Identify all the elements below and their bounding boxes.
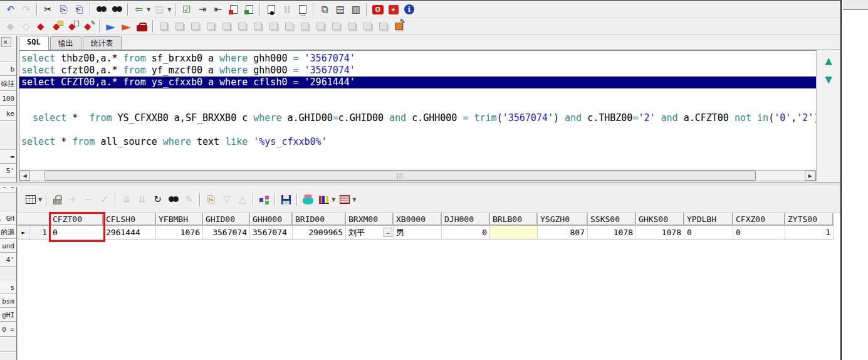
tab-SQL[interactable]: SQL <box>19 36 49 50</box>
commit-icon[interactable] <box>34 19 50 33</box>
breakpoint-icon[interactable] <box>263 3 279 16</box>
scroll-down-icon[interactable]: ▼ <box>817 74 840 85</box>
column-header-GHKS00[interactable]: GHKS00 <box>636 213 684 226</box>
scroll-right-icon[interactable]: ▶ <box>805 171 815 181</box>
cell-BRLB00[interactable] <box>490 226 538 240</box>
load-file-icon[interactable] <box>226 3 241 16</box>
lock-icon[interactable] <box>50 193 65 206</box>
step-icon[interactable] <box>295 3 310 16</box>
sql-line[interactable]: select * from all_source where text like… <box>21 136 816 148</box>
cascade-windows-icon[interactable]: ⧉ <box>316 3 332 16</box>
editor-horizontal-scrollbar[interactable]: ◀ ||| ▶ <box>19 170 816 181</box>
export-icon-dropdown[interactable]: ▼ <box>167 7 171 13</box>
find-icon[interactable] <box>93 3 109 16</box>
column-header-YPDLBH[interactable]: YPDLBH <box>684 213 733 226</box>
cut-icon[interactable]: ✂ <box>40 3 56 16</box>
cell-XB0000[interactable]: 男 <box>394 226 442 240</box>
object-icon <box>160 23 168 30</box>
cell-YPDLBH[interactable]: 0 <box>684 226 733 240</box>
column-header-BRLB00[interactable]: BRLB00 <box>490 213 538 226</box>
column-header-YFBMBH[interactable]: YFBMBH <box>156 213 203 226</box>
cell-GHKS00[interactable]: 1078 <box>636 226 684 240</box>
break-execution-icon[interactable]: ► <box>118 19 134 33</box>
column-header-CFXZ00[interactable]: CFXZ00 <box>733 213 785 226</box>
sql-line[interactable]: select cfzt00,a.* from yf_mzcf00 a where… <box>21 65 816 77</box>
cell-BRID00[interactable]: 2909965 <box>293 226 346 240</box>
save-results-icon[interactable] <box>278 193 294 206</box>
refresh-icon[interactable]: ↻ <box>150 193 165 206</box>
cell-BRXM00[interactable]: 刘平… <box>346 226 394 240</box>
object-icon <box>234 19 250 33</box>
scrollbar-thumb[interactable]: ||| <box>44 171 756 181</box>
execute-icon[interactable]: ► <box>103 19 118 33</box>
cell-ellipsis-button[interactable]: … <box>384 228 392 237</box>
import-icon-dropdown[interactable]: ▼ <box>147 7 150 13</box>
grid-options-icon[interactable] <box>23 193 38 206</box>
paste-icon[interactable]: ⎗ <box>71 3 87 16</box>
toolbox-icon[interactable] <box>134 19 150 33</box>
link-query-icon[interactable] <box>256 193 272 206</box>
chart-icon-dropdown[interactable]: ▼ <box>332 197 335 203</box>
column-header-CFLSH0[interactable]: CFLSH0 <box>103 213 156 226</box>
cell-CFXZ00[interactable]: 0 <box>733 226 785 240</box>
column-header-BRXM00[interactable]: BRXM00 <box>346 213 394 226</box>
cell-YSGZH0[interactable]: 807 <box>538 226 588 240</box>
column-header-XB0000[interactable]: XB0000 <box>394 213 442 226</box>
chart-icon[interactable] <box>316 193 332 206</box>
column-header-YSGZH0[interactable]: YSGZH0 <box>538 213 588 226</box>
column-header-GHID00[interactable]: GHID00 <box>203 213 250 226</box>
find-data-icon[interactable] <box>165 193 181 206</box>
split-windows-icon[interactable]: ▥ <box>348 3 363 16</box>
close-icon[interactable]: × <box>1 37 11 47</box>
tab-统计表[interactable]: 统计表 <box>83 36 122 50</box>
column-header-GHH000[interactable]: GHH000 <box>250 213 293 226</box>
info-icon[interactable] <box>401 3 417 16</box>
copy-icon[interactable]: ⎘ <box>56 3 71 16</box>
sql-line[interactable]: select thbz00,a.* from sf_brxxb0 a where… <box>21 53 816 65</box>
tab-输出[interactable]: 输出 <box>50 36 81 50</box>
column-header-SSKS00[interactable]: SSKS00 <box>588 213 636 226</box>
cell-DJH000[interactable]: 0 <box>442 226 490 240</box>
export-db-icon[interactable] <box>300 193 316 206</box>
cell-SSKS00[interactable]: 1078 <box>588 226 636 240</box>
save-file-icon[interactable] <box>241 3 257 16</box>
oracle-home-icon[interactable] <box>370 3 385 16</box>
grid-options-icon-dropdown[interactable]: ▼ <box>38 197 42 203</box>
find-next-icon[interactable] <box>109 3 125 16</box>
import-icon[interactable]: ⇦ <box>131 3 147 16</box>
sql-line[interactable] <box>21 100 816 112</box>
undo-icon[interactable]: ↶ <box>3 3 18 16</box>
unindent-icon[interactable]: ⇤ <box>210 3 226 16</box>
cell-CFZT00[interactable]: 0 <box>50 226 103 240</box>
copy-results-icon[interactable]: ⎘ <box>203 193 219 206</box>
pdf-icon[interactable] <box>385 3 401 16</box>
sql-line-selected[interactable]: select CFZT00,a.* from ys_cfxxb0 a where… <box>19 77 816 88</box>
pane-divider[interactable] <box>0 182 840 187</box>
verify-icon[interactable]: ☑ <box>179 3 194 16</box>
sql-line[interactable] <box>21 124 816 136</box>
edit-object-icon[interactable] <box>391 19 407 33</box>
session-toolbar: ◆◇►► <box>0 18 840 35</box>
cell-GHH000[interactable]: 3567074 <box>250 226 293 240</box>
sql-editor[interactable]: select thbz00,a.* from sf_brxxb0 a where… <box>19 50 816 170</box>
cell-GHID00[interactable]: 3567074 <box>203 226 250 240</box>
commit-page-icon[interactable] <box>65 19 81 33</box>
scroll-up-icon[interactable]: ▲ <box>817 55 840 66</box>
sql-keyword: from <box>123 53 146 64</box>
tile-windows-icon[interactable]: ▤ <box>332 3 348 16</box>
column-header-CFZT00[interactable]: CFZT00 <box>50 213 103 226</box>
sql-line[interactable]: select * from YS_CFXXB0 a,SF_BRXXB0 c wh… <box>21 112 816 124</box>
cell-CFLSH0[interactable]: 2961444 <box>103 226 156 240</box>
export-table-icon[interactable] <box>337 193 352 206</box>
scroll-left-icon[interactable]: ◀ <box>19 171 30 181</box>
cell-YFBMBH[interactable]: 1076 <box>156 226 203 240</box>
commit-note-icon[interactable] <box>50 19 65 33</box>
indent-icon[interactable]: ⇥ <box>194 3 210 16</box>
column-header-BRID00[interactable]: BRID00 <box>293 213 346 226</box>
column-header-ZYTS00[interactable]: ZYTS00 <box>785 213 834 226</box>
export-table-icon-dropdown[interactable]: ▼ <box>352 197 356 203</box>
sql-line[interactable] <box>21 88 816 100</box>
column-header-DJH000[interactable]: DJH000 <box>442 213 490 226</box>
cell-ZYTS00[interactable]: 1 <box>785 226 834 240</box>
commit-brush-icon[interactable] <box>81 19 97 33</box>
